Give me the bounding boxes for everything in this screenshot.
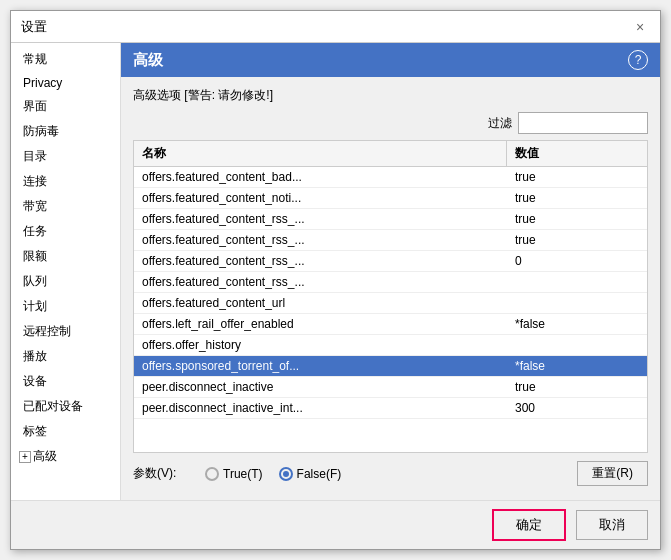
cell-name: offers.featured_content_rss_...	[134, 251, 507, 271]
cell-value: true	[507, 230, 647, 250]
cell-value: 300	[507, 398, 647, 418]
radio-false-option[interactable]: False(F)	[279, 467, 342, 481]
filter-label: 过滤	[488, 115, 512, 132]
table-row[interactable]: offers.featured_content_bad...true	[134, 167, 647, 188]
cell-value: *false	[507, 314, 647, 334]
help-button[interactable]: ?	[628, 50, 648, 70]
cell-name: offers.featured_content_rss_...	[134, 272, 507, 292]
cell-value	[507, 272, 647, 292]
table-row[interactable]: offers.featured_content_url	[134, 293, 647, 314]
table-header: 名称 数值	[134, 141, 647, 167]
table-row[interactable]: offers.left_rail_offer_enabled*false	[134, 314, 647, 335]
table-row[interactable]: offers.offer_history	[134, 335, 647, 356]
cell-value	[507, 335, 647, 355]
cell-value: true	[507, 188, 647, 208]
expand-icon: +	[19, 451, 31, 463]
cell-name: offers.featured_content_rss_...	[134, 209, 507, 229]
main-panel: 高级 ? 高级选项 [警告: 请勿修改!] 过滤 名称 数值 offers.fe…	[121, 43, 660, 500]
table-row[interactable]: offers.sponsored_torrent_of...*false	[134, 356, 647, 377]
table-row[interactable]: offers.featured_content_rss_...0	[134, 251, 647, 272]
sidebar-item[interactable]: 防病毒	[11, 119, 120, 144]
table-row[interactable]: offers.featured_content_rss_...true	[134, 230, 647, 251]
table-row[interactable]: peer.disconnect_inactivetrue	[134, 377, 647, 398]
cell-value: true	[507, 209, 647, 229]
reset-button[interactable]: 重置(R)	[577, 461, 648, 486]
cell-name: offers.featured_content_rss_...	[134, 230, 507, 250]
col-name-header: 名称	[134, 141, 507, 166]
sidebar-item[interactable]: 目录	[11, 144, 120, 169]
cancel-button[interactable]: 取消	[576, 510, 648, 540]
settings-dialog: 设置 × 常规Privacy界面防病毒目录连接带宽任务限额队列计划远程控制播放设…	[10, 10, 661, 550]
table-row[interactable]: offers.featured_content_rss_...true	[134, 209, 647, 230]
cell-value: true	[507, 377, 647, 397]
sidebar-item[interactable]: 连接	[11, 169, 120, 194]
table-row[interactable]: peer.disconnect_inactive_int...300	[134, 398, 647, 419]
table-row[interactable]: offers.featured_content_rss_...	[134, 272, 647, 293]
sidebar-item[interactable]: 界面	[11, 94, 120, 119]
cell-name: offers.featured_content_url	[134, 293, 507, 313]
sidebar-item[interactable]: 带宽	[11, 194, 120, 219]
radio-false-circle	[279, 467, 293, 481]
cell-name: offers.featured_content_bad...	[134, 167, 507, 187]
sidebar-item[interactable]: 播放	[11, 344, 120, 369]
ok-button[interactable]: 确定	[492, 509, 566, 541]
sidebar-item[interactable]: 任务	[11, 219, 120, 244]
sidebar-item[interactable]: Privacy	[11, 72, 120, 94]
cell-value: *false	[507, 356, 647, 376]
dialog-body: 常规Privacy界面防病毒目录连接带宽任务限额队列计划远程控制播放设备已配对设…	[11, 43, 660, 500]
cell-name: peer.disconnect_inactive_int...	[134, 398, 507, 418]
sidebar-item[interactable]: 限额	[11, 244, 120, 269]
cell-name: offers.sponsored_torrent_of...	[134, 356, 507, 376]
sidebar-item[interactable]: 已配对设备	[11, 394, 120, 419]
cell-value	[507, 293, 647, 313]
settings-table: 名称 数值 offers.featured_content_bad...true…	[133, 140, 648, 453]
panel-header: 高级 ?	[121, 43, 660, 77]
sidebar-item[interactable]: 设备	[11, 369, 120, 394]
radio-false-label: False(F)	[297, 467, 342, 481]
panel-content: 高级选项 [警告: 请勿修改!] 过滤 名称 数值 offers.feature…	[121, 77, 660, 500]
close-button[interactable]: ×	[630, 17, 650, 37]
sidebar-item[interactable]: 标签	[11, 419, 120, 444]
sidebar-item[interactable]: 远程控制	[11, 319, 120, 344]
params-label: 参数(V):	[133, 465, 193, 482]
filter-row: 过滤	[133, 112, 648, 134]
title-bar: 设置 ×	[11, 11, 660, 43]
params-row: 参数(V): True(T) False(F) 重置(R)	[133, 453, 648, 490]
cell-value: 0	[507, 251, 647, 271]
panel-title: 高级	[133, 51, 163, 70]
cell-value: true	[507, 167, 647, 187]
sidebar-item[interactable]: 常规	[11, 47, 120, 72]
radio-group: True(T) False(F)	[205, 467, 341, 481]
cell-name: offers.offer_history	[134, 335, 507, 355]
radio-true-circle	[205, 467, 219, 481]
table-row[interactable]: offers.featured_content_noti...true	[134, 188, 647, 209]
cell-name: offers.left_rail_offer_enabled	[134, 314, 507, 334]
dialog-title: 设置	[21, 18, 47, 36]
warning-text: 高级选项 [警告: 请勿修改!]	[133, 87, 648, 104]
radio-true-label: True(T)	[223, 467, 263, 481]
sidebar-item[interactable]: 计划	[11, 294, 120, 319]
sidebar-item[interactable]: 队列	[11, 269, 120, 294]
radio-true-option[interactable]: True(T)	[205, 467, 263, 481]
filter-input[interactable]	[518, 112, 648, 134]
sidebar: 常规Privacy界面防病毒目录连接带宽任务限额队列计划远程控制播放设备已配对设…	[11, 43, 121, 500]
col-value-header: 数值	[507, 141, 647, 166]
cell-name: peer.disconnect_inactive	[134, 377, 507, 397]
sidebar-item-label: 高级	[33, 448, 57, 465]
sidebar-item-advanced[interactable]: +高级	[11, 444, 120, 469]
cell-name: offers.featured_content_noti...	[134, 188, 507, 208]
dialog-footer: 确定 取消	[11, 500, 660, 549]
